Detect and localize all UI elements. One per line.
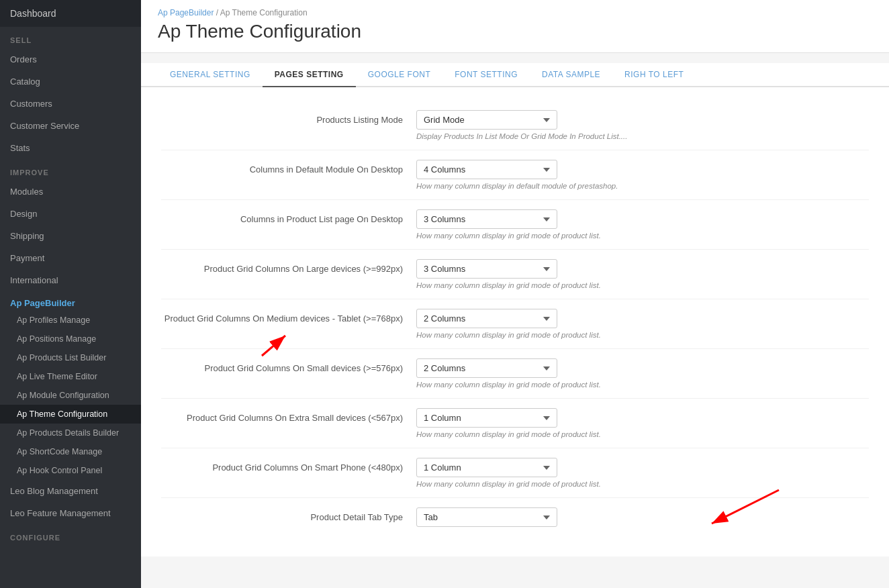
- sidebar-item-payment[interactable]: Payment: [0, 247, 141, 269]
- sidebar-item-customers[interactable]: Customers: [0, 93, 141, 115]
- form-control-wrap-8: TabAccordion: [416, 507, 869, 527]
- form-row-7: Product Grid Columns On Smart Phone (<48…: [161, 448, 869, 498]
- form-label-2: Columns in Product List page On Desktop: [161, 209, 416, 224]
- tab-pages_setting[interactable]: PAGES SETTING: [263, 63, 356, 87]
- form-row-2: Columns in Product List page On Desktop3…: [161, 200, 869, 250]
- select-product_detail_tab_type[interactable]: TabAccordion: [416, 507, 557, 527]
- sidebar-item-ap-positions-manage[interactable]: Ap Positions Manage: [0, 330, 141, 348]
- form-hint-0: Display Products In List Mode Or Grid Mo…: [416, 132, 869, 140]
- form-row-4: Product Grid Columns On Medium devices -…: [161, 299, 869, 349]
- form-label-1: Columns in Default Module On Desktop: [161, 160, 416, 175]
- form-control-wrap-6: 1 Column2 ColumnsHow many column display…: [416, 408, 869, 438]
- sidebar-group-ap-pagebuilder[interactable]: Ap PageBuilder: [0, 291, 141, 311]
- sidebar-item-ap-live-theme-editor[interactable]: Ap Live Theme Editor: [0, 367, 141, 386]
- select-products_listing_mode[interactable]: Grid ModeList Mode: [416, 110, 557, 130]
- sidebar-item-ap-hook-control-panel[interactable]: Ap Hook Control Panel: [0, 461, 141, 480]
- sidebar-item-customer-service[interactable]: Customer Service: [0, 115, 141, 137]
- form-row-0: Products Listing ModeGrid ModeList ModeD…: [161, 101, 869, 150]
- form-row-6: Product Grid Columns On Extra Small devi…: [161, 399, 869, 448]
- form-control-wrap-3: 3 Columns4 Columns2 Columns1 ColumnHow m…: [416, 259, 869, 289]
- sidebar-item-ap-products-list-builder[interactable]: Ap Products List Builder: [0, 348, 141, 367]
- page-title: Ap Theme Configuration: [158, 21, 872, 42]
- page-header: Ap PageBuilder / Ap Theme Configuration …: [141, 0, 889, 53]
- form-row-5: Product Grid Columns On Small devices (>…: [161, 349, 869, 399]
- sidebar-item-ap-products-details-builder[interactable]: Ap Products Details Builder: [0, 424, 141, 442]
- form-control-wrap-0: Grid ModeList ModeDisplay Products In Li…: [416, 110, 869, 140]
- sell-section-label: SELL: [0, 27, 141, 48]
- form-control-wrap-2: 3 Columns4 Columns2 Columns1 ColumnHow m…: [416, 209, 869, 240]
- form-control-wrap-5: 2 Columns3 Columns1 ColumnHow many colum…: [416, 358, 869, 389]
- form-hint-1: How many column display in default modul…: [416, 182, 869, 190]
- form-hint-5: How many column display in grid mode of …: [416, 381, 869, 389]
- main-content: Ap PageBuilder / Ap Theme Configuration …: [141, 0, 889, 588]
- sidebar-item-modules[interactable]: Modules: [0, 181, 141, 203]
- breadcrumb-parent[interactable]: Ap PageBuilder: [158, 8, 214, 17]
- tab-bar: GENERAL SETTINGPAGES SETTINGGOOGLE FONTF…: [141, 63, 889, 87]
- form-row-8: Product Detail Tab TypeTabAccordion: [161, 498, 869, 536]
- form-control-wrap-4: 2 Columns3 Columns4 Columns1 ColumnHow m…: [416, 309, 869, 339]
- tab-righ_to_left[interactable]: RIGH TO LEFT: [612, 63, 696, 87]
- sidebar-item-ap-profiles-manage[interactable]: Ap Profiles Manage: [0, 311, 141, 330]
- form-control-wrap-7: 1 Column2 ColumnsHow many column display…: [416, 458, 869, 488]
- form-label-5: Product Grid Columns On Small devices (>…: [161, 358, 416, 373]
- select-columns_large_devices[interactable]: 3 Columns4 Columns2 Columns1 Column: [416, 259, 557, 279]
- dashboard-link[interactable]: Dashboard: [10, 8, 56, 19]
- form-hint-4: How many column display in grid mode of …: [416, 331, 869, 339]
- form-hint-6: How many column display in grid mode of …: [416, 430, 869, 438]
- tab-data_sample[interactable]: DATA SAMPLE: [530, 63, 612, 87]
- select-columns_small_devices[interactable]: 2 Columns3 Columns1 Column: [416, 358, 557, 378]
- form-label-0: Products Listing Mode: [161, 110, 416, 125]
- sidebar-item-leo-blog-management[interactable]: Leo Blog Management: [0, 480, 141, 502]
- configure-section-label: CONFIGURE: [0, 524, 141, 546]
- sidebar-item-orders[interactable]: Orders: [0, 48, 141, 70]
- breadcrumb-current: Ap Theme Configuration: [220, 8, 308, 17]
- form-hint-2: How many column display in grid mode of …: [416, 232, 869, 240]
- form-label-8: Product Detail Tab Type: [161, 507, 416, 522]
- tab-google_font[interactable]: GOOGLE FONT: [356, 63, 443, 87]
- sidebar: Dashboard SELL Orders Catalog Customers …: [0, 0, 141, 588]
- select-columns_extra_small_devices[interactable]: 1 Column2 Columns: [416, 408, 557, 428]
- sidebar-item-ap-shortcode-manage[interactable]: Ap ShortCode Manage: [0, 442, 141, 461]
- form-hint-7: How many column display in grid mode of …: [416, 480, 869, 488]
- sidebar-item-catalog[interactable]: Catalog: [0, 70, 141, 93]
- form-label-7: Product Grid Columns On Smart Phone (<48…: [161, 458, 416, 473]
- form-row-3: Product Grid Columns On Large devices (>…: [161, 250, 869, 299]
- form-hint-3: How many column display in grid mode of …: [416, 281, 869, 289]
- sidebar-item-ap-module-configuration[interactable]: Ap Module Configuration: [0, 386, 141, 405]
- improve-section-label: IMPROVE: [0, 159, 141, 181]
- sidebar-item-leo-feature-management[interactable]: Leo Feature Management: [0, 502, 141, 524]
- form-label-6: Product Grid Columns On Extra Small devi…: [161, 408, 416, 423]
- select-columns_default_module_desktop[interactable]: 4 Columns3 Columns2 Columns1 Column: [416, 160, 557, 179]
- sidebar-item-shipping[interactable]: Shipping: [0, 225, 141, 247]
- tab-font_setting[interactable]: FONT SETTING: [442, 63, 530, 87]
- select-columns_medium_devices[interactable]: 2 Columns3 Columns4 Columns1 Column: [416, 309, 557, 328]
- tab-general_setting[interactable]: GENERAL SETTING: [158, 63, 263, 87]
- sidebar-item-international[interactable]: International: [0, 269, 141, 291]
- select-columns_product_list_desktop[interactable]: 3 Columns4 Columns2 Columns1 Column: [416, 209, 557, 229]
- sidebar-item-ap-theme-configuration[interactable]: Ap Theme Configuration: [0, 405, 141, 424]
- select-columns_smart_phone[interactable]: 1 Column2 Columns: [416, 458, 557, 477]
- form-label-3: Product Grid Columns On Large devices (>…: [161, 259, 416, 274]
- content-area: Products Listing ModeGrid ModeList ModeD…: [141, 87, 889, 556]
- sidebar-item-stats[interactable]: Stats: [0, 137, 141, 159]
- sidebar-item-design[interactable]: Design: [0, 203, 141, 225]
- form-row-1: Columns in Default Module On Desktop4 Co…: [161, 150, 869, 200]
- form-control-wrap-1: 4 Columns3 Columns2 Columns1 ColumnHow m…: [416, 160, 869, 190]
- breadcrumb: Ap PageBuilder / Ap Theme Configuration: [158, 8, 872, 17]
- form-label-4: Product Grid Columns On Medium devices -…: [161, 309, 416, 324]
